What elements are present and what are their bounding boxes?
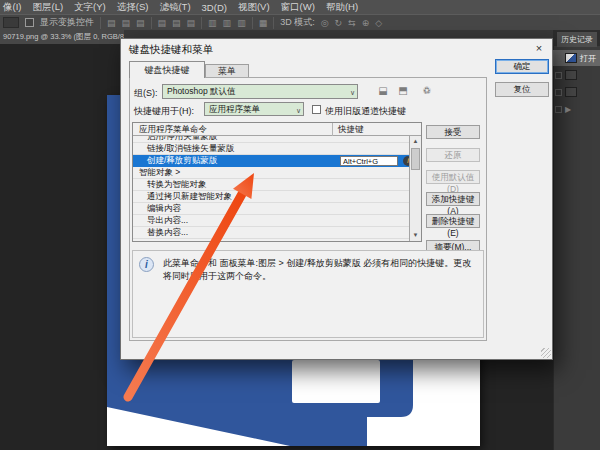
shortcut-input[interactable] [340, 156, 398, 166]
history-state-label: 打开 [580, 53, 596, 64]
row-command: 替换内容... [147, 227, 188, 237]
align-middle-icon[interactable]: ▤ [172, 18, 181, 28]
dialog-close-icon[interactable]: × [532, 41, 546, 55]
reset-button[interactable]: 复位 [495, 82, 549, 97]
shortcuts-table: 应用程序菜单命令 快捷键 启用/停用矢量蒙版 链接/取消链接矢量蒙版 创建/释放… [132, 122, 422, 242]
history-state-row[interactable] [553, 84, 600, 100]
menu-item-view[interactable]: 视图(V) [238, 1, 270, 14]
3d-mode-label: 3D 模式: [280, 16, 315, 29]
align-right-icon[interactable]: ▤ [136, 18, 145, 28]
table-row-group[interactable]: 智能对象 > [133, 167, 410, 179]
menu-item-image[interactable]: 像(I) [3, 1, 21, 14]
delete-shortcut-button[interactable]: 删除快捷键(E) [426, 214, 480, 228]
legacy-channel-label: 使用旧版通道快捷键 [325, 105, 406, 118]
save-set-as-icon[interactable]: ⬒ [396, 85, 410, 98]
scroll-up-icon[interactable]: ▲ [410, 136, 421, 147]
shortcuts-for-value: 应用程序菜单 [209, 104, 260, 114]
menu-item-window[interactable]: 窗口(W) [281, 1, 315, 14]
history-source-checkbox[interactable] [555, 89, 562, 96]
row-command: 通过拷贝新建智能对象 [147, 191, 232, 201]
3d-orbit-icon[interactable]: ◎ [321, 18, 329, 28]
move-tool-icon: ▶ [565, 105, 571, 114]
table-row[interactable]: 编辑内容 [133, 203, 410, 215]
align-top-icon[interactable]: ▤ [158, 18, 167, 28]
tool-preset-picker[interactable] [3, 17, 19, 28]
table-row[interactable]: 导出内容... [133, 215, 410, 227]
align-center-icon[interactable]: ▤ [122, 18, 131, 28]
table-rows: 启用/停用矢量蒙版 链接/取消链接矢量蒙版 创建/释放剪贴蒙版 i 智能对象 >… [133, 136, 410, 241]
distribute-bottom-icon[interactable]: ▥ [237, 18, 246, 28]
divider [252, 17, 253, 29]
row-command: 链接/取消链接矢量蒙版 [147, 143, 234, 153]
history-state-row[interactable] [553, 67, 600, 83]
history-source-checkbox[interactable] [555, 72, 562, 79]
distribute-top-icon[interactable]: ▥ [208, 18, 217, 28]
delete-set-icon[interactable]: ♽ [420, 85, 434, 98]
row-command: 智能对象 > [139, 167, 180, 177]
tab-menus[interactable]: 菜单 [205, 64, 249, 78]
shortcuts-group-box: 组(S): Photoshop 默认值 ∨ ⬓ ⬒ ♽ 快捷键用于(H): 应用… [129, 77, 487, 341]
table-row-selected[interactable]: 创建/释放剪贴蒙版 i [133, 155, 410, 167]
tool-options-bar: 显示变换控件 ▤ ▤ ▤ ▤ ▤ ▤ ▥ ▥ ▥ ▦ 3D 模式: ◎ ↻ ⇆ … [0, 14, 600, 30]
row-command: 创建/释放剪贴蒙版 [147, 155, 217, 165]
history-panel-header: 历史记录 [553, 30, 600, 46]
divider [151, 17, 152, 29]
column-command: 应用程序菜单命令 [139, 123, 207, 135]
column-shortcut: 快捷键 [338, 123, 364, 135]
history-state-row[interactable]: ▶ [553, 101, 600, 117]
row-command: 编辑内容 [147, 203, 181, 213]
scroll-down-icon[interactable]: ▼ [410, 230, 421, 241]
add-shortcut-button[interactable]: 添加快捷键(A) [426, 192, 480, 206]
resize-grip[interactable] [541, 348, 551, 358]
history-thumbnail [565, 87, 577, 97]
table-row[interactable]: 转换为智能对象 [133, 179, 410, 191]
divider [201, 17, 202, 29]
row-command: 转换为智能对象 [147, 179, 207, 189]
accept-button[interactable]: 接受 [426, 125, 480, 139]
menu-item-select[interactable]: 选择(S) [117, 1, 149, 14]
3d-roll-icon[interactable]: ↻ [335, 18, 343, 28]
tab-keyboard-shortcuts[interactable]: 键盘快捷键 [129, 61, 205, 78]
history-source-checkbox[interactable] [555, 55, 562, 62]
chevron-down-icon: ∨ [296, 104, 301, 117]
undo-button: 还原 [426, 148, 480, 162]
history-source-checkbox[interactable] [555, 106, 562, 113]
keyboard-shortcuts-dialog: 键盘快捷键和菜单 × 键盘快捷键 菜单 确定 复位 组(S): Photosho… [120, 38, 553, 360]
save-set-icon[interactable]: ⬓ [376, 85, 390, 98]
chevron-down-icon: ∨ [350, 86, 355, 99]
3d-slide-icon[interactable]: ⊕ [362, 18, 370, 28]
ok-button[interactable]: 确定 [495, 59, 549, 74]
info-text: 此菜单命令和 面板菜单:图层 > 创建/释放剪贴蒙版 必须有相同的快捷键。更改将… [163, 257, 475, 282]
menu-item-help[interactable]: 帮助(H) [326, 1, 358, 14]
align-bottom-icon[interactable]: ▤ [187, 18, 196, 28]
show-transform-checkbox[interactable] [25, 18, 34, 27]
column-divider [332, 123, 333, 136]
divider [273, 17, 274, 29]
table-row[interactable]: 链接/取消链接矢量蒙版 [133, 143, 410, 155]
table-row[interactable]: 替换内容... [133, 227, 410, 239]
auto-align-icon[interactable]: ▦ [259, 18, 268, 28]
set-dropdown-value: Photoshop 默认值 [167, 86, 236, 96]
menu-item-layer[interactable]: 图层(L) [32, 1, 63, 14]
table-row[interactable]: 通过拷贝新建智能对象 [133, 191, 410, 203]
history-thumbnail [565, 70, 577, 80]
3d-scale-icon[interactable]: ◇ [375, 18, 382, 28]
table-scrollbar[interactable]: ▲ ▼ [409, 136, 421, 241]
legacy-channel-checkbox[interactable] [312, 105, 321, 114]
3d-pan-icon[interactable]: ⇆ [348, 18, 356, 28]
document-tab-title: 90719.png @ 33.3% (图层 0, RGB/8) * [3, 32, 124, 42]
shortcuts-for-dropdown[interactable]: 应用程序菜单 ∨ [204, 102, 304, 116]
menu-item-type[interactable]: 文字(Y) [74, 1, 106, 14]
info-panel: i 此菜单命令和 面板菜单:图层 > 创建/释放剪贴蒙版 必须有相同的快捷键。更… [132, 250, 484, 338]
scrollbar-thumb[interactable] [411, 148, 420, 170]
menu-item-3d[interactable]: 3D(D) [202, 2, 227, 13]
info-icon: i [139, 257, 154, 272]
distribute-middle-icon[interactable]: ▥ [223, 18, 232, 28]
set-dropdown[interactable]: Photoshop 默认值 ∨ [162, 84, 358, 99]
table-row[interactable]: 启用/停用矢量蒙版 [133, 136, 410, 143]
align-left-icon[interactable]: ▤ [107, 18, 116, 28]
history-state-row[interactable]: 打开 [553, 50, 600, 66]
history-panel-tab[interactable]: 历史记录 [557, 32, 597, 47]
document-tab[interactable]: 90719.png @ 33.3% (图层 0, RGB/8) * × [0, 30, 124, 44]
menu-item-filter[interactable]: 滤镜(T) [159, 1, 190, 14]
